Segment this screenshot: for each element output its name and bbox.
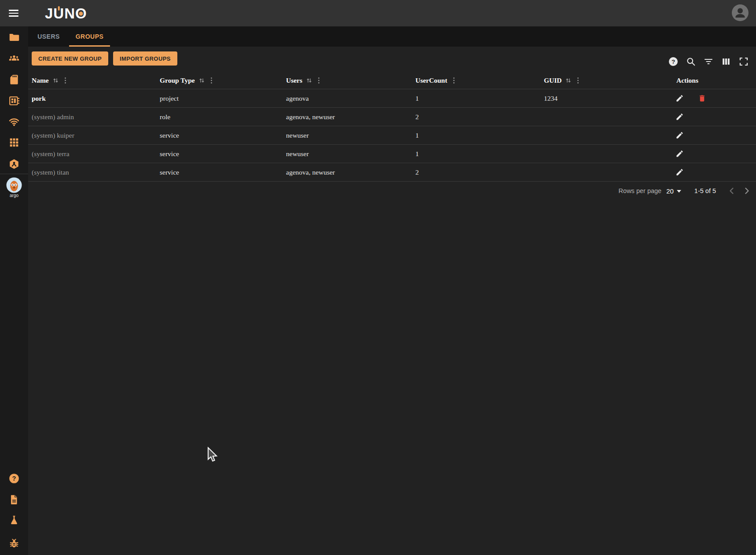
sidebar-item-storage[interactable] — [8, 74, 20, 85]
column-label: Group Type — [160, 77, 195, 84]
sidebar-item-argo[interactable]: argo — [6, 177, 22, 198]
sidebar-item-folder[interactable] — [8, 31, 20, 43]
cell-group-type: project — [156, 95, 283, 102]
svg-text:?: ? — [672, 58, 675, 65]
pagination-range: 1-5 of 5 — [694, 187, 716, 194]
column-label: Name — [32, 77, 49, 84]
sort-icon[interactable] — [565, 77, 571, 84]
cell-name: (system) kuiper — [28, 131, 156, 139]
tab-users-label: USERS — [37, 33, 60, 40]
sort-icon[interactable] — [199, 77, 205, 84]
rows-per-page-select[interactable]: 20 — [666, 187, 681, 195]
tab-bar: USERS GROUPS — [28, 26, 756, 47]
bug-icon — [8, 538, 20, 549]
cell-guid: 1234 — [540, 95, 673, 102]
groups-table: NameGroup TypeUsersUserCountGUIDActions … — [28, 72, 756, 182]
rows-per-page-label: Rows per page — [619, 187, 662, 194]
table-row: (system) adminroleagenova, newuser2 — [28, 108, 756, 126]
columns-icon[interactable] — [721, 56, 731, 67]
cell-actions — [673, 94, 756, 102]
column-header-name: Name — [28, 77, 156, 84]
wifi-icon — [8, 116, 20, 128]
table-row: (system) kuiperservicenewuser1 — [28, 126, 756, 145]
create-new-group-button[interactable]: CREATE NEW GROUP — [32, 51, 108, 66]
cell-name: pork — [28, 95, 156, 102]
apps-grid-icon — [8, 137, 20, 148]
cell-name: (system) admin — [28, 113, 156, 121]
column-menu-icon[interactable] — [318, 77, 320, 84]
main-panel: USERS GROUPS CREATE NEW GROUP IMPORT GRO… — [28, 26, 756, 555]
sidebar-divider — [0, 174, 28, 174]
table-pagination: Rows per page 20 1-5 of 5 — [28, 179, 756, 203]
search-icon[interactable] — [686, 56, 696, 67]
cell-users: agenova, newuser — [283, 168, 412, 176]
sort-icon[interactable] — [306, 77, 312, 84]
tab-groups[interactable]: GROUPS — [69, 26, 110, 47]
cell-users: newuser — [283, 150, 412, 158]
cell-users: agenova — [283, 95, 412, 102]
column-menu-icon[interactable] — [453, 77, 455, 84]
brand-letter: O — [75, 6, 87, 21]
sidebar-item-lab[interactable] — [8, 515, 20, 526]
cell-group-type: role — [156, 113, 283, 121]
column-menu-icon[interactable] — [577, 77, 579, 84]
column-label: Users — [286, 77, 302, 84]
left-sidebar: argo ? — [0, 26, 28, 555]
account-circle-icon[interactable] — [731, 4, 749, 22]
cell-actions — [673, 168, 756, 176]
help-icon[interactable]: ? — [668, 56, 679, 67]
cell-group-type: service — [156, 150, 283, 158]
column-menu-icon[interactable] — [64, 77, 66, 84]
column-header-group-type: Group Type — [156, 77, 283, 84]
delete-icon[interactable] — [698, 94, 706, 102]
cell-users: newuser — [283, 131, 412, 139]
cell-user-count: 1 — [412, 150, 540, 158]
column-header-actions: Actions — [673, 77, 756, 84]
cell-users: agenova, newuser — [283, 113, 412, 121]
tab-users[interactable]: USERS — [28, 26, 69, 47]
sidebar-item-bug[interactable] — [8, 538, 20, 549]
groups-icon — [8, 53, 20, 64]
sidebar-item-wifi[interactable] — [8, 116, 20, 128]
chevron-right-icon[interactable] — [741, 186, 752, 196]
brand-letter: N — [64, 6, 75, 21]
cell-user-count: 2 — [412, 168, 540, 176]
column-label: GUID — [544, 77, 561, 84]
argo-label: argo — [6, 193, 22, 198]
cell-actions — [673, 150, 756, 158]
sidebar-item-package[interactable] — [8, 158, 20, 170]
svg-text:?: ? — [12, 475, 16, 482]
import-groups-button[interactable]: IMPORT GROUPS — [113, 51, 177, 66]
column-header-users: Users — [283, 77, 412, 84]
sidebar-item-help[interactable]: ? — [8, 473, 20, 484]
cell-group-type: service — [156, 168, 283, 176]
edit-icon[interactable] — [675, 94, 684, 102]
table-row: porkprojectagenova11234 — [28, 89, 756, 108]
brand-letter: U — [53, 6, 64, 21]
sidebar-item-apps[interactable] — [8, 137, 20, 148]
brand-logo: JUNO — [45, 6, 87, 21]
fullscreen-icon[interactable] — [738, 56, 749, 67]
sort-icon[interactable] — [53, 77, 59, 84]
column-header-guid: GUID — [540, 77, 673, 84]
package-3d-icon — [8, 158, 20, 170]
flask-icon — [8, 515, 20, 526]
help-icon: ? — [8, 473, 20, 484]
filter-icon[interactable] — [703, 56, 714, 67]
sd-card-icon — [8, 74, 20, 85]
column-menu-icon[interactable] — [210, 77, 213, 84]
sidebar-item-groups[interactable] — [8, 53, 20, 64]
sidebar-item-memory[interactable] — [8, 95, 20, 106]
cell-user-count: 1 — [412, 131, 540, 139]
column-header-usercount: UserCount — [412, 77, 540, 84]
chevron-left-icon[interactable] — [727, 186, 737, 196]
document-icon — [8, 494, 20, 505]
sidebar-item-docs[interactable] — [8, 494, 20, 505]
edit-icon[interactable] — [675, 113, 684, 121]
edit-icon[interactable] — [675, 131, 684, 139]
hamburger-menu-icon[interactable] — [7, 7, 20, 19]
table-header-row: NameGroup TypeUsersUserCountGUIDActions — [28, 72, 756, 89]
edit-icon[interactable] — [675, 150, 684, 158]
table-row: (system) terraservicenewuser1 — [28, 145, 756, 163]
edit-icon[interactable] — [675, 168, 684, 176]
